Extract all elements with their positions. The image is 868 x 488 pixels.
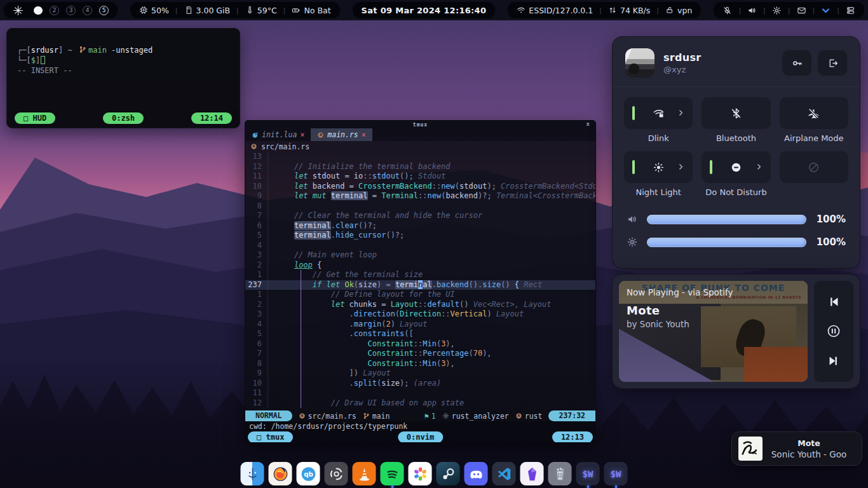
chevron-down-icon[interactable] bbox=[821, 6, 831, 15]
brightness-slider[interactable] bbox=[647, 238, 806, 247]
deck-icon[interactable] bbox=[846, 6, 855, 15]
tab-init.lua[interactable]: init.lua× bbox=[245, 128, 311, 141]
toggle-do-not-disturb[interactable] bbox=[702, 151, 770, 183]
toggle-empty[interactable] bbox=[780, 151, 848, 183]
username: srdusr bbox=[663, 51, 701, 64]
blocked-icon bbox=[808, 161, 820, 173]
dock-item-wezterm-2[interactable]: $W bbox=[604, 462, 628, 485]
previous-track-icon[interactable] bbox=[827, 295, 841, 309]
stats-island: 50%|3.00 GiB|59°C|No Bat bbox=[130, 2, 340, 18]
git-branch-name: main bbox=[88, 46, 107, 55]
unlock-icon bbox=[665, 6, 674, 15]
stat-value: 59°C bbox=[257, 6, 277, 15]
workspaces-island: 2345 bbox=[4, 2, 118, 18]
dock-item-discord[interactable] bbox=[465, 462, 488, 485]
user-header: srdusr @xyz bbox=[613, 37, 860, 87]
dock-item-obs[interactable] bbox=[325, 462, 348, 485]
dock-item-vlc[interactable] bbox=[353, 462, 376, 485]
gear-icon[interactable] bbox=[772, 6, 782, 15]
line-number: 8 bbox=[245, 201, 268, 212]
rust-file-icon: R bbox=[250, 143, 257, 150]
tmux-window-pill[interactable]: 0:nvim bbox=[398, 431, 443, 443]
git-branch-icon bbox=[363, 412, 370, 419]
pause-icon[interactable] bbox=[827, 324, 841, 338]
key-button[interactable] bbox=[782, 50, 811, 76]
tmux-window-pill[interactable]: 0:zsh bbox=[103, 112, 144, 124]
code-line: 9 let mut terminal = Terminal::new(backe… bbox=[245, 191, 595, 201]
track-artist: by Sonic Youth bbox=[627, 319, 689, 329]
window-close-button[interactable]: x bbox=[587, 121, 590, 127]
code-line: 4 bbox=[245, 241, 595, 251]
thermometer-icon bbox=[245, 6, 254, 15]
tmux-session-pill[interactable]: □ tmux bbox=[248, 431, 293, 443]
brightness-slider-value: 100% bbox=[815, 236, 846, 248]
chevron-right-icon[interactable] bbox=[677, 109, 685, 117]
workspace-4[interactable]: 4 bbox=[83, 6, 92, 15]
line-number: 11 bbox=[245, 172, 268, 182]
svg-text:qb: qb bbox=[304, 470, 313, 478]
tab-close-button[interactable]: × bbox=[300, 130, 304, 139]
user-handle: @xyz bbox=[663, 65, 701, 74]
svg-text:R: R bbox=[517, 414, 520, 417]
lsp-server-name: rust_analyzer bbox=[452, 412, 509, 421]
dock-item-obsidian[interactable] bbox=[520, 462, 544, 485]
volume-slider[interactable] bbox=[647, 215, 806, 224]
git-branch-icon bbox=[79, 46, 86, 53]
tray-island: ||||| bbox=[714, 2, 864, 18]
chevron-right-icon[interactable] bbox=[755, 163, 763, 171]
volume-icon[interactable] bbox=[747, 6, 757, 15]
prompt-user: srdusr bbox=[31, 46, 58, 55]
dock-item-vscode[interactable] bbox=[492, 462, 516, 485]
tab-main.rs[interactable]: Rmain.rs× bbox=[311, 128, 372, 141]
toggle-airplane-mode[interactable] bbox=[780, 97, 848, 129]
toggle-dlink[interactable] bbox=[624, 97, 693, 129]
running-indicator bbox=[391, 485, 393, 488]
code-editor[interactable]: 1312 // Initialize the terminal backend1… bbox=[245, 152, 595, 410]
code-line: 7 Constraint::Percentage(70), bbox=[245, 349, 595, 359]
notification-popup[interactable]: Mote Sonic Youth - Goo bbox=[731, 431, 862, 466]
active-indicator bbox=[632, 106, 635, 120]
media-controls bbox=[814, 281, 853, 382]
tab-label: init.lua bbox=[262, 130, 297, 139]
window-title: tmux bbox=[413, 122, 428, 128]
control-center-panel: srdusr @xyz DlinkBluetoothAirplane ModeN… bbox=[612, 36, 860, 269]
dock-item-trash[interactable] bbox=[548, 462, 572, 485]
winbar-path: src/main.rs bbox=[261, 142, 309, 151]
dock-item-firefox[interactable] bbox=[269, 462, 292, 485]
cursor-position-badge: 237:32 bbox=[548, 410, 595, 421]
workspace-3[interactable]: 3 bbox=[66, 6, 76, 15]
network-value: vpn bbox=[677, 6, 692, 15]
dock-item-file-manager[interactable] bbox=[241, 462, 264, 485]
active-indicator bbox=[710, 160, 712, 174]
top-bar: 2345 50%|3.00 GiB|59°C|No Bat Sat 09 Mar… bbox=[0, 0, 868, 20]
dock-item-spotify[interactable] bbox=[381, 462, 404, 485]
mic-muted-icon[interactable] bbox=[722, 6, 732, 15]
workspace-1-focused[interactable] bbox=[34, 6, 43, 15]
chevron-right-icon[interactable] bbox=[677, 163, 685, 171]
stat-0: 50% bbox=[139, 6, 169, 15]
toggle-night-light[interactable] bbox=[624, 151, 693, 183]
code-line: 8 bbox=[245, 201, 595, 212]
line-number: 2 bbox=[245, 300, 268, 310]
wifi-icon bbox=[517, 6, 526, 15]
line-number: 5 bbox=[245, 231, 268, 241]
dock-item-steam[interactable] bbox=[437, 462, 460, 485]
airplane-off-icon bbox=[808, 107, 820, 119]
tab-close-button[interactable]: × bbox=[362, 130, 366, 139]
toggle-bluetooth[interactable] bbox=[702, 97, 770, 129]
dock-item-photos[interactable] bbox=[409, 462, 432, 485]
mail-icon[interactable] bbox=[797, 6, 806, 15]
line-number: 3 bbox=[245, 250, 268, 261]
tmux-session-pill[interactable]: □ HUD bbox=[15, 112, 55, 124]
volume-slider-row: 100% bbox=[627, 208, 846, 231]
next-track-icon[interactable] bbox=[827, 354, 841, 368]
toggle-label: Dlink bbox=[648, 133, 669, 144]
workspace-2[interactable]: 2 bbox=[50, 6, 59, 15]
logout-button[interactable] bbox=[818, 50, 847, 76]
dock-item-wezterm-1[interactable]: $W bbox=[576, 462, 600, 485]
clock: Sat 09 Mar 2024 12:16:40 bbox=[362, 6, 487, 15]
tmux-clock-pill: 12:14 bbox=[191, 112, 232, 124]
track-title: Mote bbox=[627, 304, 660, 317]
workspace-5[interactable]: 5 bbox=[99, 6, 109, 15]
dock-item-qbittorrent[interactable]: qb bbox=[297, 462, 320, 485]
